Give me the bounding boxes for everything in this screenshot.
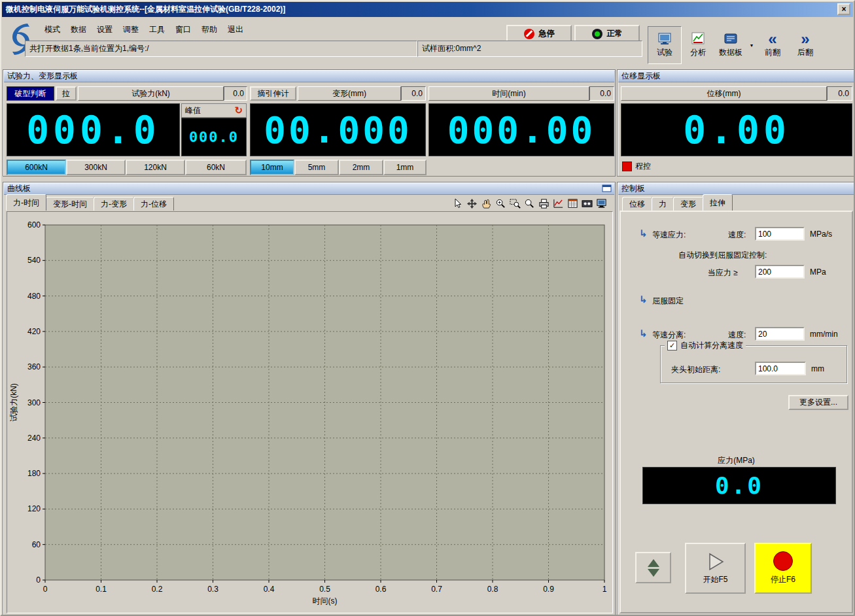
specimen-area-field[interactable]: 试样面积:0mm^2 (417, 41, 642, 57)
deform-header-label: 变形(mm) (298, 86, 401, 101)
close-button[interactable]: × (837, 3, 850, 15)
peak-reset-icon[interactable]: ↻ (234, 105, 243, 116)
cursor-icon (451, 198, 464, 209)
pull-direction-button[interactable]: 拉 (56, 86, 77, 101)
specimen-area-text: 试样面积:0mm^2 (422, 43, 481, 54)
force-range-60kn[interactable]: 60kN (185, 160, 247, 175)
svg-text:120: 120 (27, 504, 41, 513)
force-range-300kn[interactable]: 300kN (66, 160, 126, 175)
deform-range-1mm[interactable]: 1mm (383, 160, 427, 175)
menu-item-data[interactable]: 数据 (65, 22, 92, 37)
crosshead-jog-button[interactable] (635, 552, 671, 583)
dropdown-arrow-icon: ▼ (750, 43, 754, 48)
control-tabs: 位移 力 变形 拉伸 (622, 195, 732, 211)
print-icon (538, 198, 550, 209)
analysis-button[interactable]: 分析 (682, 27, 714, 63)
force-small-value-text: 0.0 (233, 89, 244, 98)
prev-chevrons-icon: « (768, 33, 776, 46)
svg-text:1: 1 (602, 585, 607, 594)
svg-text:0: 0 (43, 585, 48, 594)
program-control-indicator[interactable]: 程控 (622, 161, 651, 171)
databoard-dropdown[interactable]: ▼ (747, 27, 756, 63)
displacement-small-value-text: 0.0 (838, 89, 849, 98)
menu-item-settings[interactable]: 设置 (92, 22, 118, 37)
auto-calc-checkbox-row[interactable]: ✓ 自动计算分离速度 (665, 340, 746, 351)
tool-hand[interactable] (480, 197, 493, 210)
stress-display: 0.0 (642, 467, 836, 504)
stop-button[interactable]: 停止F6 (754, 543, 812, 594)
auto-switch-label: 自动切换到屈服固定控制: (678, 250, 767, 261)
menu-item-window[interactable]: 窗口 (170, 22, 196, 37)
svg-text:0.3: 0.3 (207, 585, 218, 594)
tool-cursor[interactable] (451, 197, 464, 210)
tool-pan[interactable] (465, 197, 479, 210)
menu-item-exit[interactable]: 退出 (222, 22, 249, 37)
deform-range-5mm[interactable]: 5mm (294, 160, 339, 175)
tab-displacement-control[interactable]: 位移 (622, 197, 652, 211)
check-icon: ✓ (669, 341, 675, 350)
break-judge-toggle[interactable]: 破型判断 (7, 86, 54, 101)
tool-report[interactable] (566, 197, 580, 210)
svg-text:480: 480 (27, 292, 41, 301)
emergency-stop-icon (524, 29, 534, 39)
svg-text:0: 0 (36, 575, 41, 585)
stress-speed-input[interactable] (755, 227, 805, 241)
displacement-panel-title: 位移显示板 (621, 71, 661, 82)
databoard-icon (724, 32, 738, 46)
tool-zoom-in[interactable] (494, 197, 508, 210)
svg-text:0.7: 0.7 (431, 585, 442, 594)
force-time-chart[interactable]: 06012018024030036042048054060000.10.20.3… (7, 212, 612, 611)
force-range-120kn[interactable]: 120kN (126, 160, 185, 175)
prev-page-button[interactable]: « 前翻 (756, 27, 789, 63)
deform-range-2mm[interactable]: 2mm (339, 160, 383, 175)
yield-fixed-label: 屈服固定 (652, 296, 684, 307)
curve-panel: 曲线板 力-时间 变形-时间 力-变形 力-位移 (3, 182, 616, 616)
curve-panel-restore-button[interactable] (602, 184, 612, 193)
tool-print[interactable] (537, 197, 551, 210)
sep-speed-input[interactable] (755, 327, 805, 341)
databoard-button[interactable]: 数据板 (714, 27, 747, 63)
tool-graph[interactable] (551, 197, 565, 210)
deform-small-value-text: 0.0 (411, 89, 423, 98)
tab-deform-time[interactable]: 变形-时间 (46, 197, 94, 211)
tab-force-time-label: 力-时间 (13, 197, 39, 209)
deform-label-text: 变形(mm) (332, 88, 366, 99)
deform-range-10mm[interactable]: 10mm (250, 160, 294, 175)
pan-cross-icon (466, 198, 478, 209)
grip-distance-input[interactable] (755, 362, 806, 375)
menu-item-tools[interactable]: 工具 (144, 22, 170, 37)
tool-zoom-window[interactable] (508, 197, 522, 210)
normal-status-button[interactable]: 正常 (574, 25, 640, 43)
jog-up-icon (648, 559, 659, 567)
tool-monitor[interactable] (595, 197, 608, 210)
auto-calc-checkbox[interactable]: ✓ (667, 341, 677, 351)
stress-threshold-input[interactable] (755, 265, 805, 279)
test-view-label: 试验 (657, 47, 672, 58)
tab-deform-control[interactable]: 变形 (673, 197, 703, 211)
emergency-stop-button[interactable]: 急停 (506, 25, 572, 43)
when-stress-label: 当应力 ≥ (708, 267, 738, 279)
tab-tensile-control[interactable]: 拉伸 (703, 194, 733, 211)
force-range-600kn[interactable]: 600kN (7, 160, 66, 175)
app-window: 微机控制电液伺服万能试验机测控系统--[金属材料室温拉伸试验(GB/T228-2… (0, 0, 855, 616)
tab-force-time[interactable]: 力-时间 (6, 194, 46, 211)
tool-zoom[interactable] (523, 197, 536, 210)
tab-force-deform[interactable]: 力-变形 (94, 197, 134, 211)
tab-force-control[interactable]: 力 (652, 197, 674, 211)
tab-tensile-label: 拉伸 (710, 197, 725, 209)
next-page-button[interactable]: » 后翻 (789, 27, 822, 63)
remove-extensometer-button[interactable]: 摘引伸计 (250, 86, 296, 101)
start-button[interactable]: 开始F5 (685, 543, 746, 594)
title-bar[interactable]: 微机控制电液伺服万能试验机测控系统--[金属材料室温拉伸试验(GB/T228-2… (2, 2, 853, 17)
more-settings-button[interactable]: 更多设置... (788, 395, 848, 410)
time-small-value: 0.0 (589, 86, 614, 101)
speed-label-1: 速度: (728, 230, 746, 241)
close-icon: × (841, 5, 846, 14)
peak-display: 000.0 (181, 118, 247, 156)
tab-force-displacement[interactable]: 力-位移 (133, 197, 174, 211)
menu-item-mode[interactable]: 模式 (39, 22, 65, 37)
menu-item-adjust[interactable]: 调整 (118, 22, 144, 37)
menu-item-help[interactable]: 帮助 (196, 22, 222, 37)
test-view-button[interactable]: 试验 (648, 26, 682, 64)
tool-film[interactable] (580, 197, 594, 210)
